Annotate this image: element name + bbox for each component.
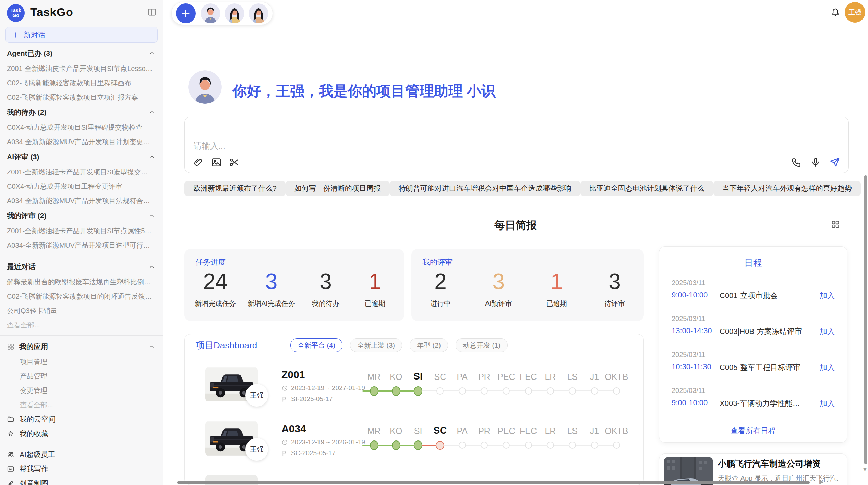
scroll-right-arrow-icon[interactable]: ▶ bbox=[819, 478, 824, 485]
divider bbox=[0, 335, 163, 336]
chevron-up-icon[interactable] bbox=[148, 343, 155, 350]
view-all-schedule-link[interactable]: 查看所有日程 bbox=[659, 426, 847, 436]
conversation-item[interactable]: A034-全新新能源MUV产品开发项目造型可行性评审 bbox=[0, 238, 163, 252]
image-icon[interactable] bbox=[211, 157, 222, 168]
conversation-item[interactable]: Z001-全新燃油皮卡产品开发项目SI节点Lesson Learn报告 bbox=[0, 61, 163, 76]
conversation-item[interactable]: Z001-全新燃油轻卡产品开发项目SI节点属性5D文件评审 bbox=[0, 224, 163, 238]
conversation-item[interactable]: C02-飞腾新能源轻客改款项目里程碑画布 bbox=[0, 76, 163, 90]
mic-icon[interactable] bbox=[810, 157, 821, 168]
stat-value: 2 bbox=[422, 269, 459, 294]
stat-label: 我的待办 bbox=[307, 299, 345, 308]
join-meeting-link[interactable]: 加入 bbox=[820, 398, 835, 409]
chevron-up-icon[interactable] bbox=[148, 153, 155, 160]
schedule-time: 9:00-10:00 bbox=[672, 290, 708, 299]
briefing-card-title: 任务进度 bbox=[195, 257, 226, 268]
stat-columns: 2进行中3AI预评审1已逾期3待评审 bbox=[422, 269, 634, 308]
project-flag-label: SC-2025-05-17 bbox=[291, 449, 336, 457]
vertical-scrollbar[interactable] bbox=[864, 175, 867, 464]
sidebar-section-header[interactable]: 我的待办 (2) bbox=[0, 104, 163, 120]
stat-label: 进行中 bbox=[422, 299, 459, 308]
sidebar-section-header[interactable]: 我的应用 bbox=[0, 339, 163, 355]
layout-grid-icon[interactable] bbox=[831, 220, 840, 229]
avatar-woman-1[interactable] bbox=[225, 3, 244, 23]
send-icon[interactable] bbox=[829, 157, 840, 168]
dashboard-filter[interactable]: 全新平台 (4) bbox=[290, 338, 342, 352]
suggestion-chip[interactable]: 特朗普可能对进口汽车增税会对中国车企造成哪些影响 bbox=[390, 181, 580, 196]
stat-label: 待评审 bbox=[596, 299, 634, 308]
scissors-icon[interactable] bbox=[229, 157, 240, 168]
user-avatar[interactable]: 王强 bbox=[845, 2, 865, 23]
sidebar-section-header[interactable]: 我的评审 (2) bbox=[0, 208, 163, 224]
conversation-item[interactable]: A034-全新新能源MUV产品开发项目法规符合性评审 bbox=[0, 194, 163, 208]
conversation-item[interactable]: Z001-全新燃油轻卡产品开发项目SI造型提交物评审 bbox=[0, 165, 163, 179]
app-item[interactable]: 产品管理 bbox=[0, 369, 163, 383]
stat-label: 已逾期 bbox=[356, 299, 394, 308]
flag-icon bbox=[281, 396, 288, 402]
chevron-up-icon[interactable] bbox=[148, 212, 155, 219]
sidebar-section-header[interactable]: AI评审 (3) bbox=[0, 149, 163, 165]
chat-composer[interactable]: 请输入... bbox=[184, 117, 849, 173]
conversation-item[interactable]: C0X4-动力总成开发项目工程变更评审 bbox=[0, 179, 163, 194]
clock-icon bbox=[281, 439, 288, 446]
scroll-down-arrow-icon[interactable]: ▼ bbox=[862, 467, 868, 473]
divider bbox=[0, 444, 163, 444]
chevron-up-icon[interactable] bbox=[148, 263, 155, 270]
conversation-item[interactable]: C02-飞腾新能源轻客改款项目立项汇报方案 bbox=[0, 90, 163, 104]
dashboard-filter[interactable]: 年型 (2) bbox=[410, 338, 448, 352]
conversation-item[interactable]: C02-飞腾新能源轻客改款项目的闭环通告反馈情况 bbox=[0, 289, 163, 303]
view-all-link[interactable]: 查看全部... bbox=[0, 398, 163, 412]
sidebar-tool[interactable]: 帮我写作 bbox=[0, 462, 163, 476]
project-flag: SC-2025-05-17 bbox=[281, 449, 336, 457]
sidebar-shortcut[interactable]: 我的云空间 bbox=[0, 412, 163, 426]
suggestion-chip[interactable]: 当下年轻人对汽车外观有怎样的喜好趋势 bbox=[713, 181, 861, 196]
sidebar-shortcut[interactable]: 我的收藏 bbox=[0, 426, 163, 441]
app-item[interactable]: 变更管理 bbox=[0, 383, 163, 398]
sidebar-section-header[interactable]: 最近对话 bbox=[0, 259, 163, 275]
new-chat-button[interactable]: 新对话 bbox=[5, 27, 158, 43]
schedule-entry: 2025/03/119:00-10:00C001-立项审批会加入 bbox=[672, 276, 835, 312]
project-row[interactable]: 王强Z0012023-12-19 ~ 2027-01-19SI-2025-05-… bbox=[185, 365, 643, 419]
chevron-up-icon[interactable] bbox=[148, 50, 155, 57]
collapse-sidebar-icon[interactable] bbox=[147, 8, 157, 17]
join-meeting-link[interactable]: 加入 bbox=[820, 290, 835, 301]
plus-icon bbox=[181, 8, 191, 18]
project-row[interactable]: 王强A0342023-12-19 ~ 2026-01-19SC-2025-05-… bbox=[185, 419, 643, 473]
suggestion-chip[interactable]: 欧洲新规最近颁布了什么? bbox=[184, 181, 286, 196]
phone-icon[interactable] bbox=[791, 157, 802, 168]
conversation-item[interactable]: A034-全新新能源MUV产品开发项目计划变更表编写 bbox=[0, 135, 163, 149]
app-item[interactable]: 项目管理 bbox=[0, 355, 163, 369]
bell-icon[interactable] bbox=[831, 7, 840, 16]
conversation-item[interactable]: 解释最新出台的欧盟报废车法规再生塑料比例被调至15%... bbox=[0, 275, 163, 289]
folder-icon bbox=[7, 415, 14, 423]
new-session-button[interactable] bbox=[176, 3, 196, 23]
milestone-node bbox=[481, 387, 488, 395]
stat-label: 新增完成任务 bbox=[195, 299, 236, 308]
sidebar-section-title: AI评审 (3) bbox=[7, 152, 39, 162]
avatar-woman-2[interactable] bbox=[249, 3, 268, 23]
milestone-node bbox=[613, 387, 620, 395]
schedule-event-title: C003|H0B-方案冻结评审 bbox=[720, 326, 802, 337]
sidebar-tool[interactable]: AI超级员工 bbox=[0, 447, 163, 462]
view-all-link[interactable]: 查看全部... bbox=[0, 318, 163, 332]
session-toolbar bbox=[171, 2, 273, 25]
join-meeting-link[interactable]: 加入 bbox=[820, 362, 835, 373]
horizontal-scrollbar[interactable] bbox=[177, 481, 810, 484]
chevron-up-icon[interactable] bbox=[148, 109, 155, 116]
avatar-man[interactable] bbox=[201, 3, 220, 23]
dashboard-filter[interactable]: 动总开发 (1) bbox=[456, 338, 508, 352]
milestone-node bbox=[503, 387, 510, 395]
chat-input[interactable]: 请输入... bbox=[194, 140, 225, 151]
milestone-node bbox=[525, 387, 532, 395]
dashboard-filter[interactable]: 全新上装 (3) bbox=[350, 338, 402, 352]
conversation-item[interactable]: C0X4-动力总成开发项目SI里程碑提交物检查 bbox=[0, 120, 163, 135]
conversation-item[interactable]: 公司Q3轻卡销量 bbox=[0, 303, 163, 318]
project-code: A034 bbox=[281, 423, 306, 435]
main-area: 王强 你好，王强，我是你的项目管理助理 小识 请输入... 欧洲新规最近颁布了什… bbox=[163, 0, 868, 485]
suggestion-chip[interactable]: 如何写一份清晰的项目周报 bbox=[286, 181, 390, 196]
sidebar-tool[interactable]: 创意制图 bbox=[0, 476, 163, 485]
suggestion-chip[interactable]: 比亚迪全固态电池计划具体说了什么 bbox=[580, 181, 713, 196]
join-meeting-link[interactable]: 加入 bbox=[820, 326, 835, 337]
sidebar-section-header[interactable]: Agent已办 (3) bbox=[0, 46, 163, 61]
project-code: Z001 bbox=[281, 369, 305, 381]
paperclip-icon[interactable] bbox=[193, 157, 204, 168]
